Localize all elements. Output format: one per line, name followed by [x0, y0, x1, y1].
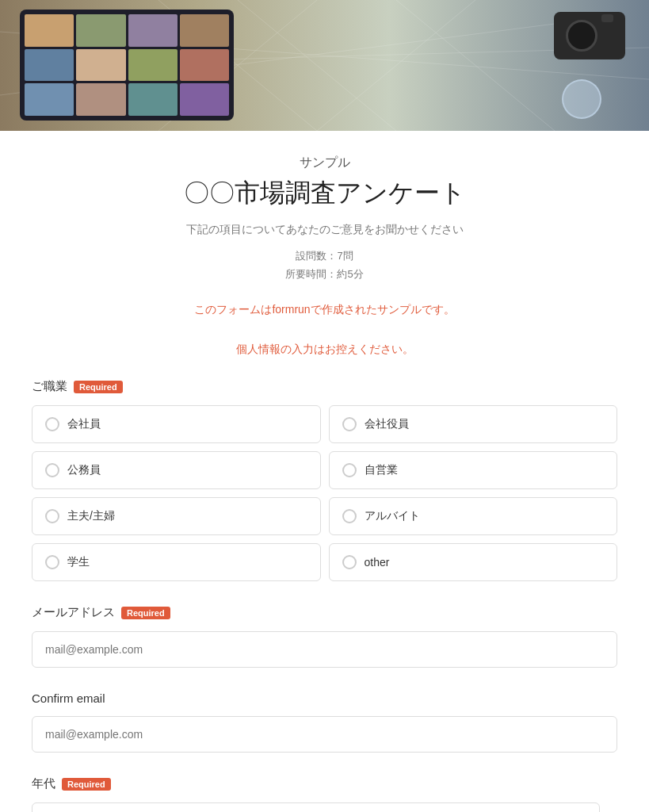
camera-decoration [554, 12, 625, 59]
email-input[interactable] [32, 631, 617, 668]
radio-circle-student [45, 555, 59, 569]
option-executive[interactable]: 会社役員 [329, 405, 618, 443]
form-title-area: サンプル 〇〇市場調査アンケート 下記の項目についてあなたのご意見をお聞かせくだ… [32, 155, 617, 359]
radio-circle-housewife [45, 509, 59, 523]
age-label-text: 年代 [32, 776, 55, 791]
option-employee[interactable]: 会社員 [32, 405, 321, 443]
radio-circle-civil [45, 463, 59, 477]
age-label: 年代 Required [32, 776, 617, 791]
option-civil-label: 公務員 [67, 463, 101, 477]
time-estimate: 所要時間：約5分 [32, 265, 617, 283]
age-input[interactable] [32, 802, 600, 812]
option-other[interactable]: other [329, 543, 618, 581]
email-required-badge: Required [121, 607, 170, 619]
age-section: 年代 Required 歳 [32, 776, 617, 812]
form-notice: このフォームはformrunで作成されたサンプルです。 個人情報の入力はお控えく… [32, 300, 617, 360]
laptop-decoration [20, 10, 234, 121]
option-employee-label: 会社員 [67, 417, 101, 431]
radio-circle-employee [45, 417, 59, 431]
radio-circle-executive [342, 417, 357, 431]
email-section: メールアドレス Required [32, 605, 617, 668]
option-selfemployed-label: 自営業 [365, 463, 398, 477]
radio-circle-parttime [342, 509, 357, 523]
radio-circle-other [342, 555, 357, 569]
occupation-options: 会社員 会社役員 公務員 自営業 主夫/主婦 [32, 405, 617, 581]
form-meta: 設問数：7問 所要時間：約5分 [32, 247, 617, 284]
glass-decoration [562, 79, 601, 119]
option-student-label: 学生 [67, 555, 90, 569]
confirm-email-input[interactable] [32, 716, 617, 753]
svg-line-1 [238, 0, 396, 131]
hero-image [0, 0, 649, 131]
option-student[interactable]: 学生 [32, 543, 321, 581]
svg-line-4 [317, 0, 475, 131]
option-housewife-label: 主夫/主婦 [67, 509, 115, 523]
form-subtitle: サンプル [32, 155, 617, 171]
option-selfemployed[interactable]: 自営業 [329, 451, 618, 489]
occupation-required-badge: Required [74, 381, 123, 393]
email-label: メールアドレス Required [32, 605, 617, 620]
confirm-email-label: Confirm email [32, 691, 617, 705]
email-label-text: メールアドレス [32, 605, 115, 620]
option-housewife[interactable]: 主夫/主婦 [32, 497, 321, 535]
occupation-label-text: ご職業 [32, 379, 67, 394]
option-parttime-label: アルバイト [365, 509, 420, 523]
confirm-email-section: Confirm email [32, 691, 617, 753]
age-row: 歳 [32, 802, 617, 812]
svg-line-3 [396, 0, 555, 131]
option-civil[interactable]: 公務員 [32, 451, 321, 489]
notice-line1: このフォームはformrunで作成されたサンプルです。 [32, 300, 617, 320]
notice-line2: 個人情報の入力はお控えください。 [32, 339, 617, 359]
occupation-label: ご職業 Required [32, 379, 617, 394]
form-description: 下記の項目についてあなたのご意見をお聞かせください [32, 223, 617, 237]
question-count: 設問数：7問 [32, 247, 617, 265]
option-parttime[interactable]: アルバイト [329, 497, 618, 535]
radio-circle-selfemployed [342, 463, 357, 477]
occupation-section: ご職業 Required 会社員 会社役員 公務員 自営業 [32, 379, 617, 581]
confirm-email-label-text: Confirm email [32, 691, 105, 705]
option-other-label: other [365, 556, 390, 569]
content-area: サンプル 〇〇市場調査アンケート 下記の項目についてあなたのご意見をお聞かせくだ… [0, 131, 649, 812]
age-required-badge: Required [62, 778, 111, 791]
form-title: 〇〇市場調査アンケート [32, 176, 617, 211]
option-executive-label: 会社役員 [365, 417, 409, 431]
